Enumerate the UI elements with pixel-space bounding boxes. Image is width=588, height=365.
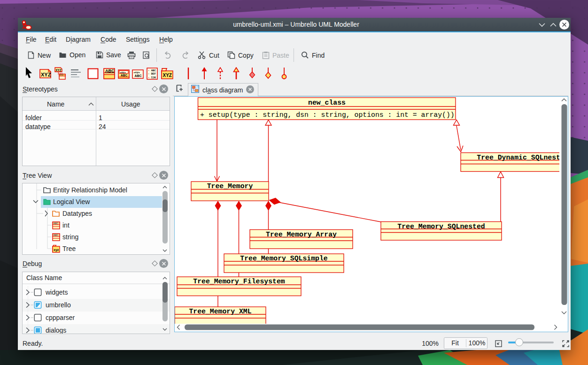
svg-text:XYZ: XYZ — [55, 68, 62, 72]
svg-text:xyz: xyz — [54, 248, 59, 252]
svg-text:ABC: ABC — [54, 234, 58, 236]
svg-text:«xy»: «xy» — [134, 71, 140, 74]
svg-text:- DEF: - DEF — [148, 72, 156, 76]
svg-text:XYZ: XYZ — [60, 74, 63, 76]
svg-text:ABC: ABC — [105, 68, 115, 73]
svg-text:Tree_Memory_SQLsimple: Tree_Memory_SQLsimple — [240, 255, 328, 262]
svg-text:+ setup(type : string, dsn : s: + setup(type : string, dsn : string, opt… — [200, 111, 455, 119]
svg-text:- ABC: - ABC — [148, 69, 156, 72]
svg-text:string: string — [62, 233, 78, 241]
svg-text:cppparser: cppparser — [46, 314, 75, 321]
svg-text:new_class: new_class — [308, 99, 346, 106]
svg-text:Tree_Dynamic_SQLnested: Tree_Dynamic_SQLnested — [477, 154, 568, 161]
svg-text:ABC: ABC — [54, 222, 58, 225]
svg-text:Tree_Memory_SQLnested: Tree_Memory_SQLnested — [397, 223, 485, 230]
svg-text:ABC: ABC — [121, 74, 127, 77]
svg-text:dialogs: dialogs — [46, 327, 66, 334]
svg-text:int: int — [62, 221, 70, 229]
svg-text:Tree_Memory: Tree_Memory — [207, 182, 253, 190]
svg-text:Tree: Tree — [62, 245, 76, 252]
svg-text:Tree_Memory_Filesystem: Tree_Memory_Filesystem — [193, 278, 285, 285]
svg-text:Logical View: Logical View — [53, 198, 90, 205]
svg-text:XYZ: XYZ — [163, 73, 172, 78]
svg-text:- IJK: - IJK — [148, 76, 156, 79]
svg-text:umbrello: umbrello — [46, 301, 71, 309]
svg-text:Tree_Memory_XML: Tree_Memory_XML — [189, 308, 251, 315]
svg-text:Entity Relationship Model: Entity Relationship Model — [53, 186, 127, 194]
svg-text:Datatypes: Datatypes — [62, 210, 92, 217]
svg-text:ABC: ABC — [135, 74, 142, 77]
svg-text:Class Name: Class Name — [26, 274, 62, 281]
svg-text:Tree_Memory_Array: Tree_Memory_Array — [266, 231, 337, 238]
svg-text:XYZ: XYZ — [41, 72, 51, 77]
svg-text:widgets: widgets — [45, 289, 68, 296]
